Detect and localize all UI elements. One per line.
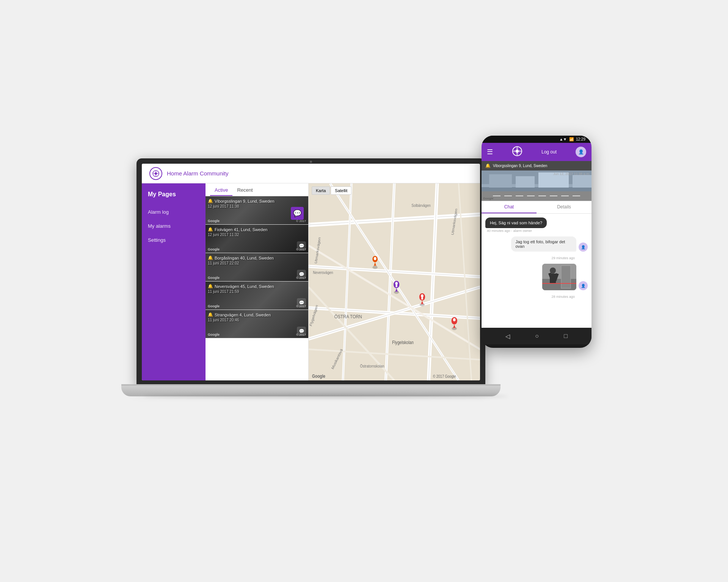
- sidebar: My Pages Alarm log My alarms Settings: [142, 183, 206, 380]
- laptop-shadow: [144, 395, 508, 398]
- svg-text:Flygelvägen: Flygelvägen: [309, 304, 319, 327]
- alarm-address: Borgåslingan 40, Lund, Sweden: [215, 256, 274, 260]
- logout-button[interactable]: Log out: [541, 149, 557, 155]
- svg-text:Google: Google: [312, 374, 325, 379]
- phone-header: ☰ Log out 👤: [482, 143, 592, 161]
- map-karta-button[interactable]: Karta: [312, 186, 330, 195]
- wifi-icon: ▲▼: [559, 137, 567, 141]
- chat-icon[interactable]: 💬: [297, 298, 306, 307]
- svg-text:Utmarksvägen: Utmarksvägen: [450, 208, 458, 235]
- recents-button[interactable]: □: [564, 333, 568, 340]
- phone-nav-bar: ◁ ○ □: [482, 328, 592, 344]
- svg-rect-58: [561, 266, 571, 288]
- bell-icon: 🔔: [208, 284, 213, 289]
- svg-line-18: [330, 183, 459, 380]
- map-roads-svg: ÖSTRA TORN Flygelskolan Utmarksvägen Sol…: [309, 183, 480, 380]
- chat-timestamp-2: 29 minutes ago: [550, 256, 575, 260]
- sender-avatar: 👤: [579, 242, 588, 252]
- bell-icon-small: 🔔: [485, 163, 491, 168]
- svg-line-21: [459, 183, 472, 380]
- alarm-address: Viborgsslingan 9, Lund, Sweden: [215, 199, 275, 203]
- svg-point-38: [452, 327, 457, 330]
- alarm-info: 🔔 Fiolvägen 41, Lund, Sweden 12 juni 201…: [208, 227, 306, 237]
- chat-icon[interactable]: 💬: [297, 327, 306, 336]
- alarm-list: 🔔 Viborgsslingan 9, Lund, Sweden 12 juni…: [206, 196, 308, 380]
- google-badge: Google: [208, 219, 220, 223]
- sidebar-item-settings[interactable]: Settings: [148, 237, 199, 243]
- tab-details[interactable]: Details: [537, 201, 592, 213]
- map-background[interactable]: ÖSTRA TORN Flygelskolan Utmarksvägen Sol…: [309, 183, 480, 380]
- svg-text:© 2017 Google: © 2017 Google: [557, 197, 575, 200]
- hamburger-menu-icon[interactable]: ☰: [487, 148, 493, 156]
- phone-alarm-address: Viborgsslingan 9, Lund, Sweden: [493, 164, 547, 168]
- svg-rect-2: [309, 183, 480, 380]
- alarm-address-row: 🔔 Fiolvägen 41, Lund, Sweden: [208, 227, 306, 232]
- alarm-thumbnail: 🔔 Borgåslingan 40, Lund, Sweden 11 juni …: [206, 253, 308, 281]
- svg-text:Google: Google: [483, 197, 494, 200]
- bell-icon: 🔔: [208, 312, 213, 317]
- user-avatar[interactable]: 👤: [576, 147, 586, 157]
- alarm-date: 11 juni 2017 22:02: [208, 261, 306, 265]
- alarm-address: Fiolvägen 41, Lund, Sweden: [215, 227, 267, 232]
- svg-line-19: [309, 246, 480, 349]
- svg-rect-51: [573, 175, 592, 188]
- bell-icon: 🔔: [208, 199, 213, 203]
- phone-content-tabs: Chat Details: [482, 201, 592, 214]
- svg-point-59: [550, 268, 556, 274]
- chat-icon-active[interactable]: 💬: [291, 207, 304, 220]
- list-item[interactable]: 🔔 Fiolvägen 41, Lund, Sweden 12 juni 201…: [206, 225, 308, 253]
- list-item[interactable]: 🔔 Borgåslingan 40, Lund, Sweden 11 juni …: [206, 253, 308, 282]
- chat-message-1: Hej, Säg ni vad som hände? 40 minutes ag…: [485, 217, 547, 233]
- home-button[interactable]: ○: [535, 333, 539, 340]
- tab-recent[interactable]: Recent: [232, 183, 257, 196]
- tab-active[interactable]: Active: [210, 183, 232, 196]
- sidebar-title: My Pages: [148, 191, 199, 198]
- phone-body: ▲▼ 📶 12:29 ☰: [482, 136, 592, 348]
- chat-icon[interactable]: 💬: [297, 270, 306, 279]
- chat-bubble: Jag tog ett foto, bifogar det ovan: [511, 236, 577, 252]
- chat-image-attachment: [542, 264, 576, 290]
- phone-alarm-header: 🔔 Viborgsslingan 9, Lund, Sweden: [482, 161, 592, 171]
- laptop-body: Home Alarm Community My Pages Alarm log …: [136, 158, 485, 386]
- tab-chat[interactable]: Chat: [482, 201, 537, 213]
- svg-line-16: [309, 287, 480, 339]
- svg-rect-57: [542, 279, 576, 290]
- alarm-info: 🔔 Neversvägen 45, Lund, Sweden 11 juni 2…: [208, 284, 306, 294]
- phone: ▲▼ 📶 12:29 ☰: [482, 136, 592, 355]
- chat-icon[interactable]: 💬: [297, 241, 306, 250]
- chat-message-2: Jag tog ett foto, bifogar det ovan 👤: [511, 236, 588, 252]
- app-body: My Pages Alarm log My alarms Settings Ac…: [142, 183, 480, 380]
- laptop-screen: Home Alarm Community My Pages Alarm log …: [142, 164, 480, 380]
- svg-line-13: [343, 183, 351, 380]
- svg-text:© 2017 Google: © 2017 Google: [433, 374, 456, 379]
- svg-line-20: [309, 349, 480, 360]
- list-item[interactable]: 🔔 Viborgsslingan 9, Lund, Sweden 12 juni…: [206, 196, 308, 225]
- back-button[interactable]: ◁: [505, 333, 510, 340]
- svg-line-22: [309, 287, 394, 380]
- phone-screen: ☰ Log out 👤: [482, 143, 592, 328]
- alarm-thumbnail: 🔔 Fiolvägen 41, Lund, Sweden 12 juni 201…: [206, 225, 308, 253]
- map-satellit-button[interactable]: Satellit: [331, 186, 351, 195]
- svg-line-11: [309, 308, 480, 318]
- alarm-info: 🔔 Strangvägen 4, Lund, Sweden 11 juni 20…: [208, 312, 306, 322]
- svg-line-7: [386, 183, 394, 380]
- sidebar-item-my-alarms[interactable]: My alarms: [148, 223, 199, 229]
- alarm-thumbnail: 🔔 Neversvägen 45, Lund, Sweden 11 juni 2…: [206, 282, 308, 310]
- svg-line-6: [428, 183, 437, 380]
- svg-text:Solbärvägen: Solbärvägen: [411, 203, 431, 208]
- list-item[interactable]: 🔔 Neversvägen 45, Lund, Sweden 11 juni 2…: [206, 282, 308, 310]
- alarm-thumbnail: 🔔 Viborgsslingan 9, Lund, Sweden 12 juni…: [206, 196, 308, 224]
- google-badge: Google: [208, 276, 220, 280]
- list-item[interactable]: 🔔 Strangvägen 4, Lund, Sweden 11 juni 20…: [206, 310, 308, 338]
- sidebar-item-alarm-log[interactable]: Alarm log: [148, 209, 199, 215]
- svg-point-35: [395, 282, 398, 285]
- alarm-preview-date: Jun 12, 2017 11:38 a.m.: [553, 172, 590, 176]
- alarm-list-panel: Active Recent 🔔 Viborgsslin: [206, 183, 309, 380]
- svg-line-3: [309, 214, 480, 225]
- svg-rect-48: [489, 174, 512, 188]
- phone-alarm-preview[interactable]: 🔔 Viborgsslingan 9, Lund, Sweden: [482, 161, 592, 201]
- svg-rect-49: [516, 176, 535, 188]
- svg-line-10: [309, 266, 480, 277]
- alarm-address: Strangvägen 4, Lund, Sweden: [215, 313, 271, 317]
- image-sender-avatar: 👤: [579, 281, 588, 290]
